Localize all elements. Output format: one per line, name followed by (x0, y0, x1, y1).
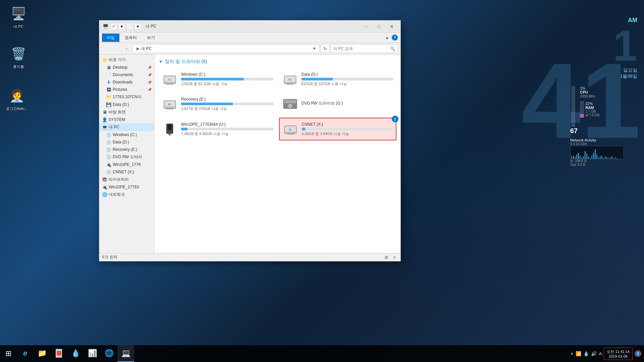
network-in: In: 198.0 B (570, 159, 637, 163)
address-path-input[interactable]: ▶ 내 PC ▼ (132, 44, 319, 53)
nav-up[interactable]: ↑ (122, 44, 131, 53)
drive-u-info: Win10PE_17763x64 (U:) 7.46GB 중 6.90GB 사용… (181, 122, 273, 136)
taskbar-clock[interactable]: 오전 11:41:14 2019-01-06 (604, 348, 633, 360)
drive-x-fill (302, 128, 306, 130)
taskmgr-icon: ⊞ (56, 349, 62, 358)
ribbon-chevron[interactable]: ▲ (385, 35, 389, 40)
tray-chevron[interactable]: ∧ (571, 351, 574, 356)
sidebar-item-quickaccess[interactable]: ⭐ 바로 가기 (99, 56, 154, 64)
taskbar-laptop[interactable]: 💻 (117, 345, 134, 362)
network-chart (570, 146, 624, 159)
pictures-icon-sb: 🖼 (106, 87, 111, 92)
taskbar-ie[interactable]: e (17, 345, 34, 362)
drive-e[interactable]: E: Recovery (E:) 1.81TB 중 793GB 사용 가능 (159, 93, 276, 115)
desktop-icon-login[interactable]: 🧑‍💼 로그인Adm... (3, 89, 30, 111)
svg-rect-35 (166, 84, 173, 84)
ie-icon: e (23, 349, 27, 358)
sidebar-item-nav-e[interactable]: 💿 Recovery (E:) (99, 146, 154, 153)
tab-view[interactable]: 보기 (142, 34, 160, 42)
ram-used: 1.7 GB (585, 110, 599, 113)
sidebar-label-network: 네트워크 (109, 192, 125, 197)
view-details-btn[interactable]: ≡ (391, 254, 398, 261)
sidebar-item-nav-c[interactable]: 💿 Windows (C:) (99, 131, 154, 138)
ram-info: 22% RAM 1.7 GB of 7.9 GB (585, 102, 599, 117)
window-title: 내 PC (146, 23, 359, 29)
start-button[interactable]: ⊞ (0, 345, 17, 362)
pictures-pin: 📌 (148, 88, 152, 92)
taskbar-explorer[interactable]: 📁 (34, 345, 50, 362)
qa-btn-1[interactable]: ✓ (110, 23, 117, 30)
svg-rect-1 (571, 156, 572, 159)
sidebar-item-library[interactable]: 📚 라이브러리 (99, 176, 154, 183)
cpu-bar-track (571, 86, 575, 126)
drive-e-space: 1.81TB 중 793GB 사용 가능 (181, 106, 273, 111)
minimize-button[interactable]: － (360, 22, 372, 31)
sidebar-item-nav-u[interactable]: 🔌 Win10PE_1776 (99, 161, 154, 168)
desktop-icon-mypc[interactable]: 🖥️ 내 PC (5, 7, 32, 29)
sidebar-item-network[interactable]: 🌐 네트워크 (99, 191, 154, 198)
svg-rect-45 (166, 109, 173, 109)
sidebar-item-data-d[interactable]: 💾 Data (D:) (99, 101, 154, 108)
svg-rect-23 (608, 158, 609, 159)
sidebar-item-documents[interactable]: 📄 Documents 📌 (99, 71, 154, 78)
drive-d[interactable]: D: Data (D:) 810GB 중 537GB 사용 가능 (279, 68, 397, 90)
sidebar-item-nav-dvd[interactable]: 💿 DVD RW 드라이 (99, 153, 154, 161)
search-input[interactable] (331, 46, 388, 51)
help-icon[interactable]: ? (392, 35, 398, 41)
sidebar-item-pictures[interactable]: 🖼 Pictures 📌 (99, 86, 154, 93)
sidebar-label-17763: 17763.107CN지 (113, 94, 142, 100)
svg-rect-31 (622, 159, 623, 159)
drive-u-bar (181, 128, 273, 130)
taskbar-taskmgr[interactable]: ⊞ (50, 345, 67, 362)
tray-network: 📶 (576, 351, 581, 356)
sidebar-item-nav-x[interactable]: 💿 CNNET (X:) (99, 168, 154, 176)
qa-btn-3[interactable]: 📄 (126, 23, 133, 30)
tab-computer[interactable]: 컴퓨터 (120, 34, 142, 42)
quick-access-icon: ⭐ (102, 57, 107, 63)
drive-x[interactable]: X: CNNET (X:) 4.00GB 중 3.84GB 사용 가능 1 (279, 118, 397, 140)
sidebar-item-win10pe[interactable]: 🔌 Win10PE_17763 (99, 183, 154, 191)
sidebar-scroll[interactable]: ⭐ 바로 가기 🖥 Desktop 📌 📄 Documents 📌 (99, 56, 154, 252)
section-expand[interactable]: ▼ (159, 59, 163, 64)
view-list-btn[interactable]: ⊞ (383, 254, 390, 261)
nav-forward[interactable]: → (112, 44, 121, 53)
sidebar-item-17763[interactable]: 📁 17763.107CN지 (99, 93, 154, 101)
nav-x-icon: 💿 (106, 169, 111, 175)
drive-c[interactable]: C: Windows (C:) 120GB 중 82.2GB 사용 가능 (159, 68, 276, 90)
taskbar-chrome[interactable]: 🌐 (101, 345, 117, 362)
close-button[interactable]: ✕ (386, 22, 398, 31)
address-bar: ← → ↑ ▶ 내 PC ▼ ↻ 🔍 (99, 43, 400, 55)
desktop-icon-recycle[interactable]: 🗑️ 휴지통 (5, 47, 32, 69)
svg-rect-9 (585, 151, 586, 159)
content-area[interactable]: ▼ 장치 및 드라이브 (6) C: (155, 55, 400, 253)
drive-g[interactable]: DVD DVD RW 드라이브 (G:) (279, 93, 397, 115)
qa-btn-dropdown[interactable]: ▼ (134, 23, 142, 30)
refresh-button[interactable]: ↻ (321, 44, 329, 53)
sidebar-label-downloads: Downloads (113, 80, 132, 84)
drive-u[interactable]: Win10PE_17763x64 (U:) 7.46GB 중 6.90GB 사용… (159, 118, 276, 140)
system-tray: ∧ 📶 💧 🔊 A (571, 351, 602, 356)
maximize-button[interactable]: □ (373, 22, 385, 31)
sidebar-item-downloads[interactable]: ⬇ Downloads 📌 (99, 78, 154, 86)
sidebar-item-desktop2[interactable]: 🖥 바탕 화면 (99, 108, 154, 116)
svg-rect-4 (576, 155, 577, 159)
svg-rect-3 (575, 157, 576, 159)
nav-back[interactable]: ← (102, 44, 111, 53)
deco-1: 1 (570, 24, 637, 67)
sidebar-item-nav-d[interactable]: 💿 Data (D:) (99, 138, 154, 146)
downloads-pin: 📌 (148, 80, 152, 84)
sidebar-item-mypc[interactable]: 💻 내 PC (99, 123, 154, 131)
sidebar-item-system[interactable]: 👤 SYSTEM (99, 116, 154, 123)
taskbar-chart[interactable]: 📊 (84, 345, 101, 362)
qa-btn-2[interactable]: ▼ (118, 23, 125, 30)
sidebar-item-desktop[interactable]: 🖥 Desktop 📌 (99, 64, 154, 71)
taskbar-droplet[interactable]: 💧 (67, 345, 84, 362)
drive-c-info: Windows (C:) 120GB 중 82.2GB 사용 가능 (181, 72, 273, 86)
nav-d-icon: 💿 (106, 139, 111, 145)
ram-total: of 7.9 GB (585, 113, 599, 117)
mypc-icon: 🖥️ (10, 7, 26, 23)
tab-file[interactable]: 파일 (102, 34, 119, 42)
ribbon-tabs: 파일 컴퓨터 보기 ▲ ? (99, 33, 400, 43)
svg-rect-26 (613, 158, 614, 159)
path-dropdown: ▼ (312, 46, 316, 51)
